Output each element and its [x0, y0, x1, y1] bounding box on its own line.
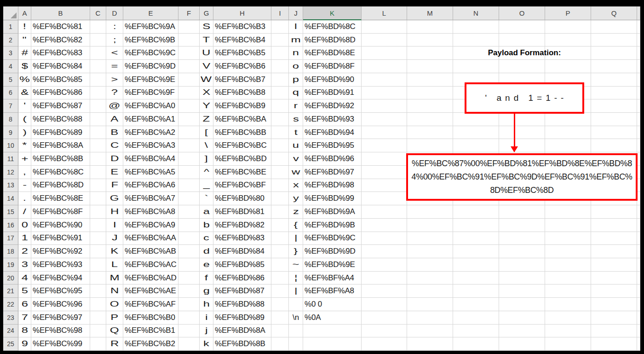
cell-Q7[interactable] [591, 99, 637, 113]
cell-M22[interactable] [407, 298, 453, 311]
cell-I8[interactable] [271, 113, 289, 126]
cell-D13[interactable]: F [106, 179, 123, 192]
row-header-14[interactable]: 14 [3, 192, 18, 205]
cell-L8[interactable] [362, 113, 407, 126]
cell-A5[interactable]: % [18, 73, 31, 87]
cell-C7[interactable] [90, 99, 106, 113]
cell-F10[interactable] [178, 139, 200, 152]
cell-N8[interactable] [453, 113, 499, 126]
cell-Q23[interactable] [591, 311, 637, 325]
cell-B22[interactable]: %EF%BC%96 [31, 298, 90, 311]
cell-F11[interactable] [178, 152, 200, 166]
cell-A3[interactable]: # [18, 46, 31, 60]
column-header-H[interactable]: H [213, 6, 271, 20]
cell-M1[interactable] [407, 20, 453, 34]
cell-G13[interactable]: _ [200, 179, 213, 192]
cell-K12[interactable]: %EF%BD%97 [303, 166, 362, 179]
cell-K20[interactable]: %EF%BF%A4 [303, 272, 362, 285]
cell-Q4[interactable] [591, 60, 637, 73]
cell-I16[interactable] [271, 219, 289, 232]
cell-J21[interactable]: | [289, 284, 303, 298]
cell-K19[interactable]: %EF%BD%9E [303, 258, 362, 272]
cell-L22[interactable] [362, 298, 407, 311]
cell-Q16[interactable] [591, 219, 637, 232]
cell-H1[interactable]: %EF%BC%B3 [213, 20, 271, 34]
cell-B23[interactable]: %EF%BC%97 [31, 311, 90, 325]
cell-I23[interactable] [271, 311, 289, 325]
cell-I9[interactable] [271, 126, 289, 139]
cell-I15[interactable] [271, 205, 289, 219]
cell-M19[interactable] [407, 258, 453, 272]
row-header-7[interactable]: 7 [3, 99, 18, 113]
cell-A1[interactable]: ! [18, 20, 31, 34]
cell-M20[interactable] [407, 272, 453, 285]
cell-B14[interactable]: %EF%BC%8E [31, 192, 90, 205]
cell-B13[interactable]: %EF%BC%8D [31, 179, 90, 192]
cell-G8[interactable]: Z [200, 113, 213, 126]
cell-G15[interactable]: a [200, 205, 213, 219]
column-header-A[interactable]: A [18, 6, 31, 20]
cell-O1[interactable] [499, 20, 545, 34]
cell-O19[interactable] [499, 258, 545, 272]
cell-J9[interactable]: t [289, 126, 303, 139]
row-header-6[interactable]: 6 [3, 87, 18, 100]
cell-A7[interactable]: ' [18, 99, 31, 113]
cell-G25[interactable]: k [200, 337, 213, 351]
cell-L6[interactable] [362, 87, 407, 100]
cell-K5[interactable]: %EF%BD%90 [303, 73, 362, 87]
cell-P22[interactable] [545, 298, 591, 311]
cell-D14[interactable]: G [106, 192, 123, 205]
cell-M21[interactable] [407, 284, 453, 298]
cell-B18[interactable]: %EF%BC%92 [31, 245, 90, 258]
cell-A10[interactable]: * [18, 139, 31, 152]
cell-F8[interactable] [178, 113, 200, 126]
cell-J15[interactable]: z [289, 205, 303, 219]
cell-G9[interactable]: [ [200, 126, 213, 139]
cell-J14[interactable]: y [289, 192, 303, 205]
cell-K1[interactable]: %EF%BD%8C [303, 20, 362, 34]
cell-P8[interactable] [545, 113, 591, 126]
column-header-G[interactable]: G [200, 6, 213, 20]
cell-N23[interactable] [453, 311, 499, 325]
cell-M6[interactable] [407, 87, 453, 100]
cell-Q6[interactable] [591, 87, 637, 100]
cell-G3[interactable]: U [200, 46, 213, 60]
cell-F24[interactable] [178, 325, 200, 338]
cell-H4[interactable]: %EF%BC%B6 [213, 60, 271, 73]
cell-E21[interactable]: %EF%BC%AE [123, 284, 178, 298]
cell-J4[interactable]: o [289, 60, 303, 73]
cell-C4[interactable] [90, 60, 106, 73]
cell-A15[interactable]: / [18, 205, 31, 219]
cell-I14[interactable] [271, 192, 289, 205]
cell-F20[interactable] [178, 272, 200, 285]
cell-E1[interactable]: %EF%BC%9A [123, 20, 178, 34]
row-header-20[interactable]: 20 [3, 272, 18, 285]
arrow-down-line[interactable] [514, 114, 515, 147]
cell-P1[interactable] [545, 20, 591, 34]
cell-N2[interactable] [453, 34, 499, 47]
cell-I6[interactable] [271, 87, 289, 100]
cell-B3[interactable]: %EF%BC%83 [31, 46, 90, 60]
cell-D5[interactable]: > [106, 73, 123, 87]
cell-C20[interactable] [90, 272, 106, 285]
cell-G17[interactable]: c [200, 232, 213, 245]
cell-Q20[interactable] [591, 272, 637, 285]
row-header-24[interactable]: 24 [3, 325, 18, 338]
cell-C9[interactable] [90, 126, 106, 139]
row-header-21[interactable]: 21 [3, 284, 18, 298]
column-header-F[interactable]: F [178, 6, 200, 20]
cell-P19[interactable] [545, 258, 591, 272]
column-header-E[interactable]: E [123, 6, 178, 20]
cell-G18[interactable]: d [200, 245, 213, 258]
cell-B1[interactable]: %EF%BC%81 [31, 20, 90, 34]
cell-L25[interactable] [362, 337, 407, 351]
cell-B11[interactable]: %EF%BC%8B [31, 152, 90, 166]
cell-E12[interactable]: %EF%BC%A5 [123, 166, 178, 179]
cell-N22[interactable] [453, 298, 499, 311]
cell-A14[interactable]: . [18, 192, 31, 205]
cell-J24[interactable] [289, 325, 303, 338]
cell-E22[interactable]: %EF%BC%AF [123, 298, 178, 311]
cell-Q25[interactable] [591, 337, 637, 351]
row-header-17[interactable]: 17 [3, 232, 18, 245]
row-header-25[interactable]: 25 [3, 337, 18, 351]
